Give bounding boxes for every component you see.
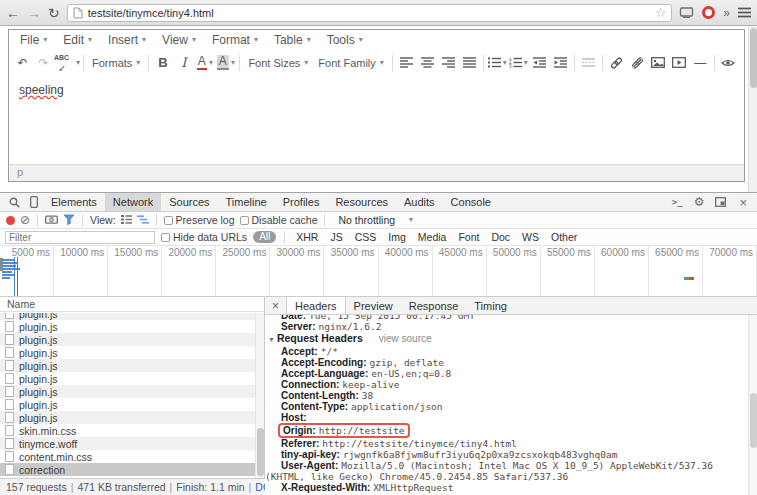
- disable-cache-checkbox[interactable]: [240, 216, 249, 225]
- filter-type-ws[interactable]: WS: [519, 231, 542, 243]
- throttling-dropdown[interactable]: No throttling ▾: [332, 214, 419, 226]
- extension-icon[interactable]: [702, 6, 715, 19]
- details-scrollbar-thumb[interactable]: [750, 393, 757, 448]
- outdent-button[interactable]: [529, 52, 550, 73]
- italic-button[interactable]: I: [173, 52, 194, 73]
- back-button[interactable]: ←: [6, 6, 20, 20]
- menu-icon[interactable]: [738, 4, 751, 22]
- table-row[interactable]: plugin.js: [0, 385, 255, 398]
- misspelled-word[interactable]: speeling: [19, 83, 64, 97]
- undo-button[interactable]: ↶: [12, 52, 33, 73]
- filter-type-doc[interactable]: Doc: [488, 231, 513, 243]
- table-row[interactable]: plugin.js: [0, 320, 255, 333]
- menu-table[interactable]: Table▾: [266, 30, 319, 50]
- align-right-button[interactable]: [438, 52, 459, 73]
- network-overview[interactable]: 5000 ms 10000 ms 15000 ms 20000 ms 25000…: [0, 246, 757, 297]
- table-row[interactable]: plugin.js: [0, 346, 255, 359]
- table-row[interactable]: plugin.js: [0, 398, 255, 411]
- bookmark-star-icon[interactable]: ☆: [655, 6, 667, 19]
- remove-link-button[interactable]: [627, 52, 648, 73]
- bold-button[interactable]: B: [152, 52, 173, 73]
- horizontal-rule-button[interactable]: —: [690, 52, 711, 73]
- tab-profiles[interactable]: Profiles: [275, 193, 328, 211]
- forward-button[interactable]: →: [27, 6, 41, 20]
- menu-edit[interactable]: Edit▾: [55, 30, 100, 50]
- table-row[interactable]: plugin.js: [0, 411, 255, 424]
- text-color-button[interactable]: A▾: [194, 52, 215, 73]
- reload-button[interactable]: ↻: [48, 6, 60, 20]
- filter-funnel-icon[interactable]: [63, 214, 75, 227]
- dock-side-icon[interactable]: [710, 197, 731, 207]
- console-drawer-icon[interactable]: >_: [667, 197, 688, 207]
- formats-dropdown[interactable]: Formats▾: [87, 52, 145, 73]
- disable-cache-toggle[interactable]: Disable cache: [240, 214, 318, 226]
- hide-data-urls-toggle[interactable]: Hide data URLs: [161, 231, 247, 243]
- requests-scrollbar[interactable]: [255, 313, 264, 478]
- device-toolbar-icon[interactable]: [25, 196, 43, 208]
- align-justify-button[interactable]: [459, 52, 480, 73]
- menu-format[interactable]: Format▾: [204, 30, 266, 50]
- menu-insert[interactable]: Insert▾: [100, 30, 154, 50]
- url-text[interactable]: testsite/tinymce/tiny4.html: [88, 7, 214, 19]
- numbered-list-button[interactable]: 123▾: [508, 52, 529, 73]
- indent-button[interactable]: [550, 52, 571, 73]
- align-center-button[interactable]: [417, 52, 438, 73]
- preserve-log-toggle[interactable]: Preserve log: [164, 214, 235, 226]
- page-break-button[interactable]: [578, 52, 599, 73]
- close-icon[interactable]: ×: [733, 195, 753, 210]
- tab-elements[interactable]: Elements: [43, 193, 105, 211]
- view-waterfall-icon[interactable]: [137, 214, 149, 226]
- editor-content[interactable]: speeling: [9, 75, 744, 164]
- clear-icon[interactable]: ⊘: [20, 214, 30, 226]
- tab-timeline[interactable]: Timeline: [218, 193, 275, 211]
- filter-type-js[interactable]: JS: [327, 231, 345, 243]
- background-color-button[interactable]: A▾: [215, 52, 236, 73]
- tab-resources[interactable]: Resources: [327, 193, 396, 211]
- table-row[interactable]: plugin.js: [0, 313, 255, 320]
- filter-type-css[interactable]: CSS: [352, 231, 380, 243]
- insert-media-button[interactable]: [669, 52, 690, 73]
- tab-sources[interactable]: Sources: [161, 193, 217, 211]
- tab-network[interactable]: Network: [105, 193, 161, 211]
- spellcheck-button[interactable]: ABC ✓ ▾: [54, 52, 80, 73]
- menu-tools[interactable]: Tools▾: [319, 30, 371, 50]
- table-row[interactable]: plugin.js: [0, 359, 255, 372]
- table-row[interactable]: plugin.js: [0, 372, 255, 385]
- table-row-selected[interactable]: correction: [0, 463, 255, 476]
- requests-scrollbar-thumb[interactable]: [257, 428, 264, 476]
- filter-type-img[interactable]: Img: [385, 231, 409, 243]
- tab-console[interactable]: Console: [443, 193, 499, 211]
- table-row[interactable]: skin.min.css: [0, 424, 255, 437]
- preserve-log-checkbox[interactable]: [164, 216, 173, 225]
- table-row[interactable]: content.min.css: [0, 450, 255, 463]
- page-scrollbar[interactable]: [748, 26, 757, 192]
- insert-link-button[interactable]: [606, 52, 627, 73]
- gear-icon[interactable]: ⚙: [690, 195, 709, 209]
- tab-preview[interactable]: Preview: [346, 297, 401, 314]
- tab-audits[interactable]: Audits: [396, 193, 443, 211]
- filter-type-font[interactable]: Font: [455, 231, 482, 243]
- menu-file[interactable]: File▾: [12, 30, 55, 50]
- screenshots-icon[interactable]: [45, 214, 58, 226]
- tab-timing[interactable]: Timing: [466, 297, 515, 314]
- record-button[interactable]: [6, 216, 15, 225]
- filter-type-media[interactable]: Media: [415, 231, 450, 243]
- font-sizes-dropdown[interactable]: Font Sizes▾: [243, 52, 313, 73]
- table-row[interactable]: tinymce.woff: [0, 437, 255, 450]
- preview-button[interactable]: [718, 52, 739, 73]
- filter-type-xhr[interactable]: XHR: [293, 231, 321, 243]
- filter-type-all[interactable]: All: [253, 231, 276, 243]
- hide-data-urls-checkbox[interactable]: [161, 233, 170, 242]
- align-left-button[interactable]: [396, 52, 417, 73]
- filter-input[interactable]: [5, 231, 155, 244]
- menu-view[interactable]: View▾: [154, 30, 204, 50]
- table-row[interactable]: plugin.js: [0, 333, 255, 346]
- bullet-list-button[interactable]: ▾: [487, 52, 508, 73]
- name-column-header[interactable]: Name: [0, 297, 264, 312]
- inspect-search-icon[interactable]: [4, 197, 25, 208]
- overflow-chevron-icon[interactable]: »: [723, 6, 730, 20]
- close-details-icon[interactable]: ×: [265, 299, 286, 313]
- element-path[interactable]: p: [17, 166, 23, 178]
- tab-response[interactable]: Response: [401, 297, 467, 314]
- font-family-dropdown[interactable]: Font Family▾: [313, 52, 388, 73]
